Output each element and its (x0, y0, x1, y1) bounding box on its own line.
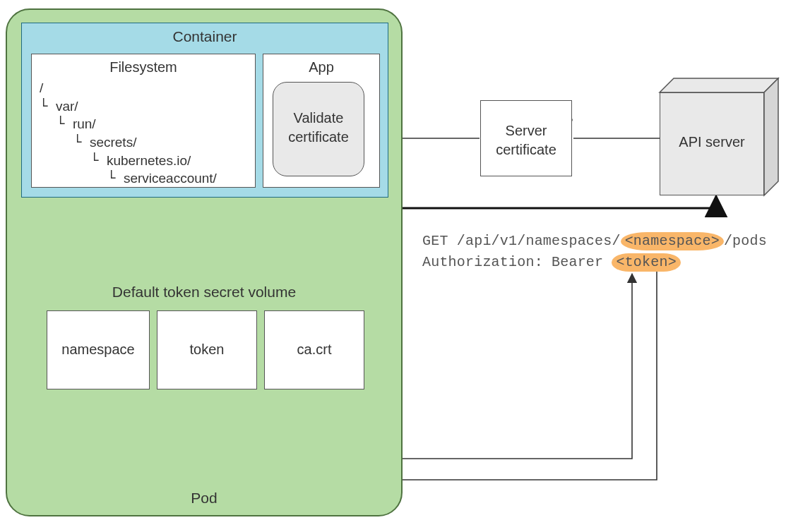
svg-marker-6 (764, 78, 778, 195)
req1-pre: GET /api/v1/namespaces/ (422, 233, 621, 249)
req2-pre: Authorization: Bearer (422, 254, 612, 270)
diagram-canvas: Pod Container Filesystem / └ var/ └ run/… (0, 0, 786, 532)
file-namespace-label: namespace (47, 341, 150, 358)
server-cert-text: Server certificate (480, 121, 572, 159)
svg-marker-5 (660, 78, 778, 92)
file-cacrt-label: ca.crt (264, 341, 364, 358)
validate-line2: certificate (288, 129, 349, 145)
req2-tok: <token> (612, 253, 680, 272)
tree-run: run/ (73, 116, 96, 131)
http-request-line1: GET /api/v1/namespaces/<namespace>/pods (422, 233, 767, 249)
http-request-line2: Authorization: Bearer <token> (422, 254, 681, 270)
app-label: App (263, 59, 380, 75)
req1-post: /pods (724, 233, 767, 249)
filesystem-label: Filesystem (31, 59, 256, 75)
container-label: Container (21, 28, 388, 45)
server-cert-l2: certificate (496, 142, 556, 157)
validate-cert-text: Validate certificate (273, 109, 364, 147)
req1-ns: <namespace> (621, 232, 724, 250)
tree-var: var/ (56, 99, 78, 114)
tree-root: / (40, 79, 251, 97)
validate-line1: Validate (294, 110, 344, 126)
server-cert-l1: Server (506, 123, 547, 138)
tree-k8s: kubernetes.io/ (107, 153, 191, 168)
tree-sa: serviceaccount/ (124, 171, 217, 186)
pod-label: Pod (6, 490, 403, 507)
filesystem-tree: / └ var/ └ run/ └ secrets/ └ kubernetes.… (40, 79, 251, 188)
volume-label: Default token secret volume (31, 284, 377, 301)
file-token-label: token (157, 341, 257, 358)
api-server-label: API server (660, 134, 764, 150)
tree-secrets: secrets/ (90, 135, 137, 150)
